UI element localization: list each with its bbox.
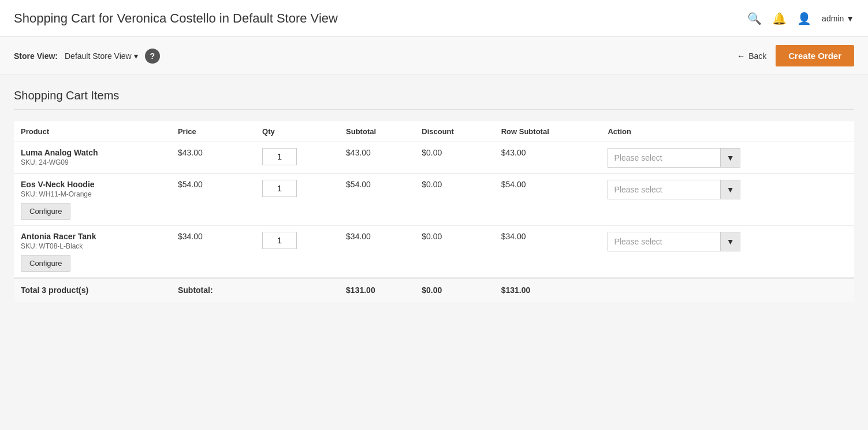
admin-menu[interactable]: admin ▼ bbox=[822, 14, 854, 23]
discount-cell-1: $0.00 bbox=[415, 174, 494, 226]
action-cell-0: Please select ▼ bbox=[601, 142, 854, 174]
qty-cell-0 bbox=[255, 142, 339, 174]
total-label: Total 3 product(s) bbox=[14, 278, 171, 302]
col-qty: Qty bbox=[255, 121, 339, 142]
product-name-0: Luma Analog Watch bbox=[21, 148, 164, 157]
search-icon[interactable]: 🔍 bbox=[747, 12, 762, 25]
col-row-subtotal: Row Subtotal bbox=[494, 121, 601, 142]
subtotal-cell-1: $54.00 bbox=[339, 174, 415, 226]
qty-cell-1 bbox=[255, 174, 339, 226]
user-icon[interactable]: 👤 bbox=[797, 12, 811, 25]
product-name-1: Eos V-Neck Hoodie bbox=[21, 180, 164, 189]
product-sku-2: SKU: WT08-L-Black bbox=[21, 242, 164, 250]
row-subtotal-cell-1: $54.00 bbox=[494, 174, 601, 226]
configure-button-1[interactable]: Configure bbox=[21, 203, 70, 220]
action-select-arrow-2[interactable]: ▼ bbox=[720, 232, 740, 251]
top-icons: 🔍 🔔 👤 admin ▼ bbox=[747, 12, 854, 25]
action-select-placeholder-1: Please select bbox=[608, 180, 720, 199]
col-subtotal: Subtotal bbox=[339, 121, 415, 142]
subtotal-label: Subtotal: bbox=[171, 278, 255, 302]
action-cell-1: Please select ▼ bbox=[601, 174, 854, 226]
dropdown-chevron-icon-2: ▼ bbox=[727, 237, 735, 246]
row-subtotal-cell-2: $34.00 bbox=[494, 226, 601, 279]
action-select-placeholder-0: Please select bbox=[608, 149, 720, 167]
footer-discount-value: $0.00 bbox=[415, 278, 494, 302]
store-view-label: Store View: bbox=[14, 51, 58, 61]
subtotal-cell-0: $43.00 bbox=[339, 142, 415, 174]
product-cell-0: Luma Analog Watch SKU: 24-WG09 bbox=[14, 142, 171, 174]
price-cell-2: $34.00 bbox=[171, 226, 255, 279]
help-icon[interactable]: ? bbox=[145, 49, 160, 64]
discount-cell-2: $0.00 bbox=[415, 226, 494, 279]
qty-input-2[interactable] bbox=[262, 232, 297, 249]
configure-button-2[interactable]: Configure bbox=[21, 255, 70, 272]
table-row: Antonia Racer Tank SKU: WT08-L-Black Con… bbox=[14, 226, 854, 279]
create-order-button[interactable]: Create Order bbox=[776, 45, 854, 66]
product-sku-0: SKU: 24-WG09 bbox=[21, 158, 164, 166]
col-product: Product bbox=[14, 121, 171, 142]
dropdown-chevron-icon-0: ▼ bbox=[727, 153, 735, 162]
table-row: Eos V-Neck Hoodie SKU: WH11-M-Orange Con… bbox=[14, 174, 854, 226]
top-bar: Shopping Cart for Veronica Costello in D… bbox=[0, 0, 868, 37]
product-name-2: Antonia Racer Tank bbox=[21, 232, 164, 241]
product-cell-2: Antonia Racer Tank SKU: WT08-L-Black Con… bbox=[14, 226, 171, 279]
qty-input-0[interactable] bbox=[262, 148, 297, 165]
page-title: Shopping Cart for Veronica Costello in D… bbox=[14, 11, 338, 26]
toolbar: Store View: Default Store View ▾ ? ← Bac… bbox=[0, 37, 868, 75]
subtotal-cell-2: $34.00 bbox=[339, 226, 415, 279]
store-view-section: Store View: Default Store View ▾ ? bbox=[14, 49, 160, 64]
back-button[interactable]: ← Back bbox=[737, 51, 766, 61]
action-select-0[interactable]: Please select ▼ bbox=[608, 148, 740, 168]
col-action: Action bbox=[601, 121, 854, 142]
action-select-1[interactable]: Please select ▼ bbox=[608, 180, 740, 199]
table-header-row: Product Price Qty Subtotal Discount Row … bbox=[14, 121, 854, 142]
notification-icon[interactable]: 🔔 bbox=[772, 12, 787, 25]
action-select-placeholder-2: Please select bbox=[608, 232, 720, 251]
qty-cell-2 bbox=[255, 226, 339, 279]
main-content: Shopping Cart Items Product Price Qty Su… bbox=[0, 75, 868, 316]
toolbar-right: ← Back Create Order bbox=[737, 45, 854, 66]
col-discount: Discount bbox=[415, 121, 494, 142]
col-price: Price bbox=[171, 121, 255, 142]
cart-table: Product Price Qty Subtotal Discount Row … bbox=[14, 121, 854, 302]
footer-qty-empty bbox=[255, 278, 339, 302]
row-subtotal-cell-0: $43.00 bbox=[494, 142, 601, 174]
footer-row-subtotal-value: $131.00 bbox=[494, 278, 601, 302]
cart-footer-row: Total 3 product(s) Subtotal: $131.00 $0.… bbox=[14, 278, 854, 302]
price-cell-1: $54.00 bbox=[171, 174, 255, 226]
dropdown-chevron-icon-1: ▼ bbox=[727, 185, 735, 194]
store-view-arrow: ▾ bbox=[134, 51, 138, 61]
action-select-arrow-0[interactable]: ▼ bbox=[720, 149, 740, 167]
product-sku-1: SKU: WH11-M-Orange bbox=[21, 190, 164, 198]
action-select-arrow-1[interactable]: ▼ bbox=[720, 180, 740, 199]
discount-cell-0: $0.00 bbox=[415, 142, 494, 174]
action-select-2[interactable]: Please select ▼ bbox=[608, 232, 740, 251]
footer-subtotal-value: $131.00 bbox=[339, 278, 415, 302]
back-label: Back bbox=[748, 51, 766, 61]
footer-action-empty bbox=[601, 278, 854, 302]
store-view-dropdown[interactable]: Default Store View ▾ bbox=[65, 51, 138, 61]
product-cell-1: Eos V-Neck Hoodie SKU: WH11-M-Orange Con… bbox=[14, 174, 171, 226]
qty-input-1[interactable] bbox=[262, 180, 297, 197]
table-row: Luma Analog Watch SKU: 24-WG09 $43.00 $4… bbox=[14, 142, 854, 174]
store-view-value: Default Store View bbox=[65, 51, 132, 61]
back-arrow: ← bbox=[737, 51, 745, 61]
section-title: Shopping Cart Items bbox=[14, 89, 854, 110]
price-cell-0: $43.00 bbox=[171, 142, 255, 174]
action-cell-2: Please select ▼ bbox=[601, 226, 854, 279]
